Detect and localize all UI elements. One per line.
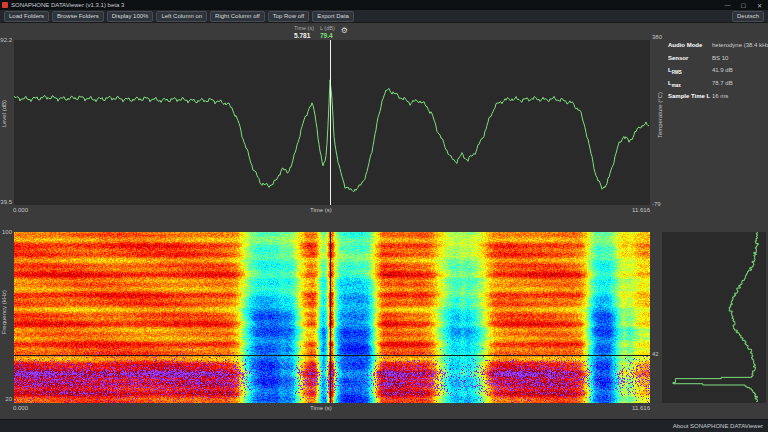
- info-value: heterodyne (38.4 kHz): [712, 42, 768, 50]
- display-zoom-button[interactable]: Display 100%: [107, 11, 154, 22]
- spec-xaxis-start-tick: 0.000: [13, 405, 28, 411]
- maximize-icon[interactable]: ☐: [737, 2, 750, 9]
- info-row-audio-mode: Audio Mode heterodyne (38.4 kHz): [668, 42, 766, 50]
- cursor-time-value: 5.781: [294, 32, 314, 40]
- level-xaxis-end-tick: 11.616: [627, 207, 650, 213]
- info-row-sample-time: Sample Time L 16 ms: [668, 93, 766, 101]
- level-axis-label: Level (dB): [1, 100, 7, 127]
- info-value: BS 10: [712, 55, 728, 63]
- export-data-button[interactable]: Export Data: [312, 11, 354, 22]
- right-column-toggle[interactable]: Right Column off: [210, 11, 265, 22]
- level-axis-max-tick: 92.2: [0, 37, 12, 43]
- app-window: SONAPHONE DATAViewer (v1.3.1) beta 3 — ☐…: [0, 0, 768, 432]
- info-label: Sensor: [668, 55, 712, 63]
- info-label: Sample Time L: [668, 93, 712, 101]
- close-icon[interactable]: ✕: [753, 2, 766, 9]
- app-logo-icon: [2, 2, 8, 8]
- temp-axis-min-tick: -79: [652, 201, 661, 207]
- minimize-icon[interactable]: —: [721, 2, 734, 8]
- info-row-lrms: LRMS 41.9 dB: [668, 67, 766, 75]
- language-button[interactable]: Deutsch: [732, 11, 764, 22]
- cursor-level-label: L (dB): [320, 26, 335, 32]
- frequency-axis-label: Frequency (kHz): [1, 290, 7, 334]
- cursor-level-group: L (dB) 79.4: [320, 26, 335, 40]
- spec-xaxis-label: Time (s): [310, 405, 332, 411]
- about-link[interactable]: About SONAPHONE DATAViewer: [673, 423, 763, 429]
- cursor-time-label: Time (s): [294, 26, 314, 32]
- load-folders-button[interactable]: Load Folders: [4, 11, 49, 22]
- temperature-axis-label: Temperature (°C): [657, 92, 663, 138]
- cursor-level-value: 79.4: [320, 32, 335, 40]
- level-chart-canvas[interactable]: [14, 40, 650, 205]
- freq-axis-max-tick: 100: [0, 229, 12, 235]
- crosshair-frequency-tick: 42: [652, 351, 659, 357]
- toolbar: Load Folders Browse Folders Display 100%…: [0, 10, 768, 23]
- settings-gear-icon[interactable]: ⚙: [341, 27, 348, 35]
- titlebar: SONAPHONE DATAViewer (v1.3.1) beta 3 — ☐…: [0, 0, 768, 10]
- left-column-toggle[interactable]: Left Column on: [156, 11, 207, 22]
- info-row-sensor: Sensor BS 10: [668, 55, 766, 63]
- freq-axis-min-tick: 20: [0, 396, 12, 402]
- level-axis-min-tick: 39.5: [0, 199, 12, 205]
- statusbar: About SONAPHONE DATAViewer: [0, 419, 768, 432]
- level-xaxis-start-tick: 0.000: [13, 207, 28, 213]
- spectrogram-canvas[interactable]: [14, 232, 650, 403]
- info-label: LRMS: [668, 67, 712, 75]
- spec-xaxis-end-tick: 11.616: [627, 405, 650, 411]
- cursor-readout: Time (s) 5.781 L (dB) 79.4 ⚙: [294, 26, 348, 40]
- info-row-lmax: Lmax 78.7 dB: [668, 80, 766, 88]
- info-value: 41.9 dB: [712, 67, 733, 75]
- temp-axis-max-tick: 380: [652, 34, 662, 40]
- info-panel: Audio Mode heterodyne (38.4 kHz) Sensor …: [668, 42, 766, 105]
- spectrum-profile-canvas[interactable]: [662, 232, 766, 403]
- window-title: SONAPHONE DATAViewer (v1.3.1) beta 3: [11, 2, 718, 8]
- cursor-time-group: Time (s) 5.781: [294, 26, 314, 40]
- browse-folders-button[interactable]: Browse Folders: [52, 11, 104, 22]
- info-label: Lmax: [668, 80, 712, 88]
- top-row-toggle[interactable]: Top Row off: [268, 11, 310, 22]
- info-value: 16 ms: [712, 93, 728, 101]
- info-label: Audio Mode: [668, 42, 712, 50]
- level-xaxis-label: Time (s): [310, 207, 332, 213]
- info-value: 78.7 dB: [712, 80, 733, 88]
